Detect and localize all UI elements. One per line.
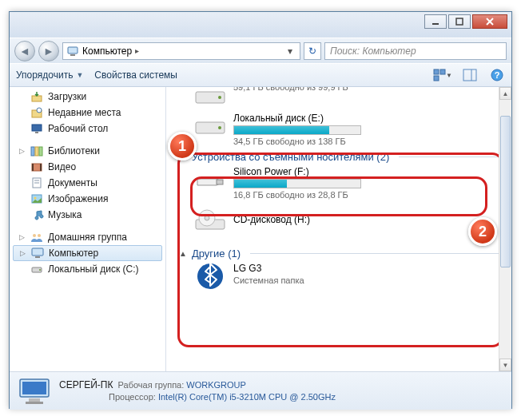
breadcrumb-arrow-icon[interactable]: ▸ (135, 46, 139, 55)
svg-rect-32 (35, 256, 40, 258)
scroll-track[interactable] (499, 100, 511, 359)
details-pane: СЕРГЕЙ-ПК Рабочая группа: WORKGROUP Проц… (10, 371, 511, 410)
svg-rect-9 (463, 69, 476, 81)
vertical-scrollbar[interactable]: ▲ ▼ (499, 87, 511, 371)
recent-icon (30, 106, 43, 119)
group-line (250, 253, 511, 254)
search-placeholder: Поиск: Компьютер (330, 46, 416, 57)
device-item-lg[interactable]: LG G3 Системная папка (166, 261, 511, 291)
group-line (399, 157, 511, 157)
computer-icon (31, 247, 44, 260)
group-title: Устройства со съемными носителями (2) (192, 151, 389, 163)
desktop-icon (30, 122, 43, 135)
sidebar-label: Загрузки (48, 91, 86, 102)
svg-rect-46 (29, 398, 40, 402)
svg-text:?: ? (495, 70, 500, 80)
help-button[interactable]: ? (489, 67, 505, 83)
svg-rect-19 (35, 147, 38, 156)
sidebar-item-downloads[interactable]: Загрузки (10, 89, 165, 105)
svg-rect-6 (434, 69, 439, 74)
drive-icon (30, 263, 43, 275)
sidebar-item-video[interactable]: Видео (10, 159, 165, 175)
sidebar-item-homegroup[interactable]: ▷Домашняя группа (10, 229, 165, 245)
drive-item-e[interactable]: Локальный диск (E:) 34,5 ГБ свободно из … (166, 111, 511, 148)
sidebar-item-desktop[interactable]: Рабочий стол (10, 121, 165, 137)
organize-button[interactable]: Упорядочить▼ (16, 69, 83, 81)
computer-large-icon (18, 376, 51, 406)
address-dropdown-icon[interactable]: ▾ (284, 46, 296, 57)
scroll-up-button[interactable]: ▲ (499, 87, 511, 100)
drive-item-partial[interactable]: 59,1 ГБ свободно из 99,9 ГБ (166, 87, 511, 111)
sidebar-item-pictures[interactable]: Изображения (10, 191, 165, 207)
drive-item-cd[interactable]: CD-дисковод (H:) (166, 206, 511, 236)
expand-icon[interactable]: ▷ (18, 249, 26, 257)
documents-icon (30, 176, 43, 189)
sidebar-item-local-c[interactable]: Локальный диск (C:) (10, 261, 165, 277)
forward-button[interactable]: ► (38, 41, 59, 61)
pictures-icon (30, 192, 43, 205)
svg-rect-7 (440, 69, 445, 74)
cpu-label: Процессор: (109, 392, 156, 402)
body: Загрузки Недавние места Рабочий стол ▷Би… (10, 87, 511, 371)
close-button[interactable] (472, 14, 507, 29)
sidebar-label: Локальный диск (C:) (48, 263, 139, 275)
computer-icon (66, 45, 79, 57)
expand-icon[interactable]: ▷ (18, 233, 26, 241)
minimize-button[interactable] (424, 14, 447, 29)
sidebar-item-documents[interactable]: Документы (10, 175, 165, 191)
expand-icon[interactable]: ▷ (18, 147, 26, 155)
system-properties-button[interactable]: Свойства системы (94, 69, 177, 81)
drive-item-f[interactable]: Silicon Power (F:) 16,8 ГБ свободно из 2… (166, 164, 511, 201)
sidebar-label: Музыка (48, 209, 82, 220)
device-name: LG G3 (233, 263, 304, 274)
svg-point-42 (205, 216, 209, 220)
video-icon (30, 160, 43, 173)
back-button[interactable]: ◄ (14, 41, 35, 61)
svg-point-30 (38, 234, 41, 237)
svg-point-36 (218, 96, 221, 99)
sidebar-label: Видео (48, 161, 76, 172)
svg-rect-23 (40, 164, 42, 171)
drive-name: CD-дисковод (H:) (233, 214, 310, 225)
sidebar-item-computer[interactable]: ▷Компьютер (13, 245, 162, 261)
content-pane: 59,1 ГБ свободно из 99,9 ГБ Локальный ди… (166, 87, 511, 371)
drive-name: Silicon Power (F:) (233, 166, 361, 177)
cpu-value: Intel(R) Core(TM) i5-3210M CPU @ 2.50GHz (158, 392, 336, 402)
view-change-button[interactable]: ▼ (435, 67, 451, 83)
scroll-down-button[interactable]: ▼ (499, 359, 511, 371)
svg-rect-22 (32, 164, 34, 171)
address-bar[interactable]: Компьютер ▸ ▾ (62, 42, 300, 60)
sidebar-item-recent[interactable]: Недавние места (10, 105, 165, 121)
drive-icon (193, 87, 227, 109)
flash-drive-icon (193, 166, 227, 193)
svg-rect-45 (22, 382, 46, 394)
sidebar-item-libraries[interactable]: ▷Библиотеки (10, 143, 165, 159)
sidebar-label: Домашняя группа (48, 232, 127, 243)
preview-pane-button[interactable] (462, 67, 478, 83)
capacity-bar (233, 125, 361, 135)
svg-rect-8 (434, 76, 439, 81)
group-removable[interactable]: ▲ Устройства со съемными носителями (2) (166, 148, 511, 164)
group-other[interactable]: ▲ Другие (1) (166, 244, 511, 261)
sidebar-item-music[interactable]: Музыка (10, 207, 165, 223)
svg-rect-16 (32, 125, 42, 131)
downloads-icon (30, 90, 43, 103)
capacity-bar (233, 179, 361, 188)
svg-rect-47 (26, 402, 43, 404)
refresh-button[interactable]: ↻ (304, 42, 321, 60)
scroll-thumb[interactable] (500, 116, 511, 267)
maximize-button[interactable] (448, 14, 471, 29)
sidebar-label: Недавние места (48, 107, 121, 118)
svg-rect-4 (68, 47, 78, 53)
explorer-window: ◄ ► Компьютер ▸ ▾ ↻ Поиск: Компьютер Упо… (9, 11, 512, 409)
homegroup-icon (30, 231, 43, 244)
drive-icon (193, 113, 227, 140)
pc-name: СЕРГЕЙ-ПК (59, 379, 113, 390)
collapse-icon[interactable]: ▲ (179, 249, 187, 258)
address-text: Компьютер (82, 46, 132, 57)
svg-point-29 (33, 234, 36, 237)
search-input[interactable]: Поиск: Компьютер (324, 42, 507, 60)
chevron-down-icon: ▼ (76, 71, 83, 79)
svg-rect-1 (456, 18, 463, 25)
drive-free-text: 16,8 ГБ свободно из 28,8 ГБ (233, 190, 361, 200)
